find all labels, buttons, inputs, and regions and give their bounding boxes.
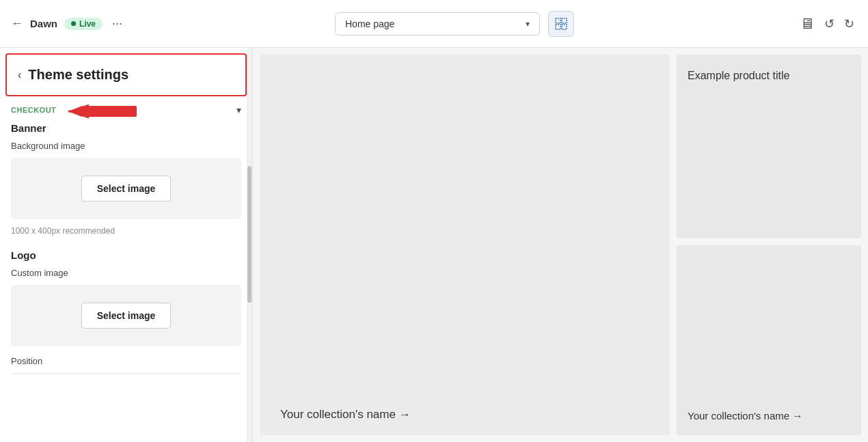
collection-link: Your collection's name → (280, 408, 649, 422)
logo-title: Logo (0, 243, 252, 264)
scrollbar[interactable] (247, 48, 252, 442)
svg-rect-0 (556, 18, 560, 23)
background-image-hint: 1000 x 400px recommended (0, 223, 252, 243)
back-chevron-icon[interactable]: ‹ (18, 69, 21, 81)
select-logo-image-button[interactable]: Select image (81, 303, 172, 329)
topbar: ← Dawn Live ··· Home page ▾ 🖥 ↺ ↻ (0, 0, 868, 48)
svg-rect-6 (82, 106, 137, 117)
custom-image-label: Custom image (0, 264, 252, 281)
page-selector[interactable]: Home page ▾ (335, 12, 540, 36)
product-title: Example product title (688, 68, 850, 83)
collection-name-small: Your collection's name → (688, 410, 850, 422)
preview-area: Your collection's name → Example product… (253, 48, 868, 442)
more-options-button[interactable]: ··· (112, 16, 122, 31)
sidebar: ‹ Theme settings CHECKOUT ▾ Ban (0, 48, 253, 442)
checkout-label: CHECKOUT (11, 106, 56, 114)
page-selector-chevron: ▾ (526, 19, 530, 29)
svg-marker-7 (68, 106, 82, 117)
topbar-left: ← Dawn Live ··· (11, 16, 189, 31)
live-label: Live (79, 19, 96, 29)
topbar-center: Home page ▾ (197, 11, 712, 37)
monitor-icon[interactable]: 🖥 (800, 15, 815, 33)
position-label: Position (0, 350, 252, 369)
custom-image-picker: Select image (11, 285, 241, 346)
background-image-label: Background image (0, 137, 252, 154)
app-name: Dawn (30, 18, 57, 29)
topbar-right: 🖥 ↺ ↻ (720, 14, 857, 34)
select-background-image-button[interactable]: Select image (81, 176, 172, 202)
preview-top-right-panel: Example product title (677, 55, 861, 238)
topbar-back-icon[interactable]: ← (11, 16, 23, 31)
main-area: ‹ Theme settings CHECKOUT ▾ Ban (0, 48, 868, 442)
page-selector-text: Home page (345, 18, 394, 29)
live-badge: Live (64, 18, 103, 30)
redo-button[interactable]: ↻ (841, 14, 857, 34)
svg-rect-3 (562, 25, 567, 29)
undo-redo-group: ↺ ↻ (822, 14, 857, 34)
undo-button[interactable]: ↺ (822, 14, 837, 34)
background-image-picker: Select image (11, 158, 241, 219)
checkout-chevron-icon: ▾ (236, 105, 241, 115)
svg-rect-1 (562, 18, 567, 23)
svg-rect-2 (556, 25, 560, 29)
preview-main-panel: Your collection's name → (260, 55, 670, 435)
scroll-thumb[interactable] (247, 166, 252, 303)
divider (11, 373, 241, 374)
theme-settings-title: Theme settings (28, 67, 128, 83)
selection-tool-icon (554, 17, 568, 31)
selection-tool-button[interactable] (548, 11, 574, 37)
preview-bottom-right-panel: Your collection's name → (677, 245, 861, 436)
red-arrow-annotation (55, 98, 144, 125)
live-dot (71, 21, 76, 26)
theme-settings-header[interactable]: ‹ Theme settings (5, 53, 247, 96)
